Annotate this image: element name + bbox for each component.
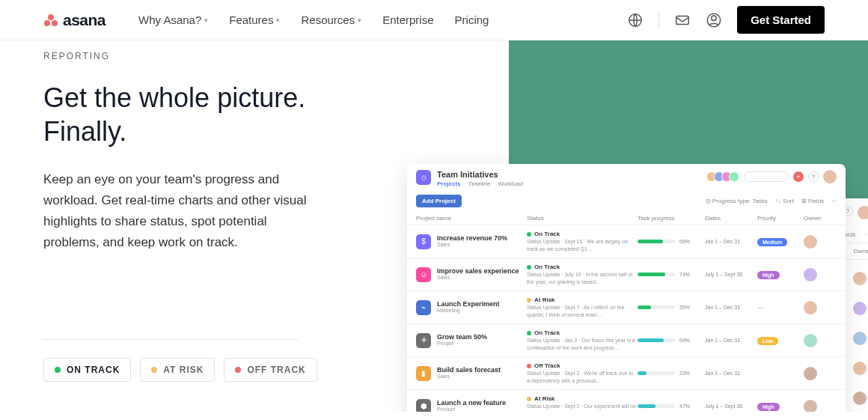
avatar xyxy=(853,362,867,375)
project-icon: ▮ xyxy=(416,366,431,381)
status-dot-icon xyxy=(527,298,531,302)
avatar[interactable] xyxy=(858,206,868,219)
headline: Get the whole picture. Finally. xyxy=(43,81,358,148)
status-label: On Track xyxy=(534,231,560,237)
status-dot-icon xyxy=(55,367,61,373)
pill-at-risk[interactable]: AT RISK xyxy=(140,358,215,382)
table-row[interactable]: ☺Improve sales experienceSalesOn TrackSt… xyxy=(407,258,846,291)
progress-bar xyxy=(638,404,675,408)
pill-off-track[interactable]: OFF TRACK xyxy=(224,358,317,382)
owner-avatar[interactable] xyxy=(804,301,817,314)
progress-bar xyxy=(638,240,675,243)
svg-point-0 xyxy=(48,14,54,20)
more-icon[interactable]: ··· xyxy=(831,198,837,204)
nav-divider xyxy=(658,12,659,28)
user-icon[interactable] xyxy=(706,12,722,28)
nav-item-why-asana-[interactable]: Why Asana?▾ xyxy=(138,13,208,26)
brand-logo[interactable]: asana xyxy=(43,11,106,29)
progress-type-toggle[interactable]: ◎ Progress type: Tasks xyxy=(706,198,768,204)
owner-avatar[interactable] xyxy=(804,235,817,249)
date-range: Jan 1 – Dec 31 xyxy=(705,371,757,376)
avatar xyxy=(853,332,867,345)
member-avatars[interactable] xyxy=(709,171,739,182)
avatar[interactable] xyxy=(823,170,837,183)
date-range: Jan 1 – Dec 31 xyxy=(705,338,757,343)
priority-badge: Medium xyxy=(757,238,804,246)
col-dates[interactable]: Dates xyxy=(705,215,757,222)
avatar xyxy=(853,272,867,285)
status-note: Status Update · July 10 · In the second … xyxy=(527,271,638,284)
project-name: Grow team 50% xyxy=(437,333,487,341)
date-range: Jan 1 – Dec 31 xyxy=(705,239,757,244)
col-priority[interactable]: Priority xyxy=(757,215,804,222)
status-note: Status Update · Sept 7 · As I reflect on… xyxy=(527,304,638,317)
owner-avatar[interactable] xyxy=(804,367,817,380)
portfolio-title: Team Initiatives xyxy=(437,170,523,179)
status-dot-icon xyxy=(527,232,531,237)
nav-item-features[interactable]: Features▾ xyxy=(229,13,280,26)
svg-point-1 xyxy=(44,20,50,26)
search-input[interactable] xyxy=(744,171,789,182)
priority-badge: High xyxy=(757,403,804,410)
nav-item-enterprise[interactable]: Enterprise xyxy=(382,13,433,26)
add-project-button[interactable]: Add Project xyxy=(416,195,462,207)
progress-percent: 74% xyxy=(679,272,690,277)
col-progress[interactable]: Task progress xyxy=(638,215,705,222)
project-icon: ☺ xyxy=(416,267,431,282)
avatar[interactable] xyxy=(729,171,739,182)
project-team: People xyxy=(437,341,487,346)
divider xyxy=(43,339,298,340)
help-icon[interactable]: ? xyxy=(808,171,819,182)
table-row[interactable]: ⬢Launch a new featureProductAt RiskStatu… xyxy=(407,390,846,412)
status-label: On Track xyxy=(534,264,560,270)
col-project-name[interactable]: Project name xyxy=(416,215,527,222)
hero-section: REPORTING Get the whole picture. Finally… xyxy=(0,40,868,412)
mail-icon[interactable] xyxy=(674,12,691,28)
get-started-button[interactable]: Get Started xyxy=(737,6,825,34)
project-icon: ⬢ xyxy=(416,399,431,413)
table-row[interactable]: ⌁Launch ExperimentMarketingAt RiskStatus… xyxy=(407,291,846,324)
project-team: Sales xyxy=(437,242,507,247)
date-range: July 1 – Sept 30 xyxy=(705,272,757,277)
project-name: Improve sales experience xyxy=(437,267,519,275)
status-note: Status Update · Jan 2 · Our focus this y… xyxy=(527,337,638,350)
col-status[interactable]: Status xyxy=(527,215,638,222)
tab-projects[interactable]: Projects xyxy=(437,180,461,187)
svg-point-5 xyxy=(712,16,716,20)
add-icon[interactable]: + xyxy=(793,171,804,182)
progress-percent: 47% xyxy=(679,404,690,409)
nav-links: Why Asana?▾Features▾Resources▾Enterprise… xyxy=(138,13,489,26)
chevron-down-icon: ▾ xyxy=(276,16,280,24)
chevron-down-icon: ▾ xyxy=(204,16,208,24)
svg-point-2 xyxy=(52,20,58,26)
owner-column: Owner xyxy=(853,248,868,255)
owner-avatar[interactable] xyxy=(804,334,817,347)
pill-on-track[interactable]: ON TRACK xyxy=(43,358,131,382)
globe-icon[interactable] xyxy=(627,12,644,28)
fields-button[interactable]: ⊞ Fields xyxy=(801,198,825,204)
tab-workload[interactable]: Workload xyxy=(498,180,524,187)
sort-button[interactable]: ↑↓ Sort xyxy=(775,198,794,204)
table-row[interactable]: $Increase revenue 70%SalesOn TrackStatus… xyxy=(407,225,846,258)
owner-avatar[interactable] xyxy=(804,400,817,413)
status-label: At Risk xyxy=(534,296,555,303)
table-row[interactable]: ▮Build sales forecastSalesOff TrackStatu… xyxy=(407,357,846,390)
nav-item-pricing[interactable]: Pricing xyxy=(455,13,489,26)
headline-line-1: Get the whole picture. xyxy=(43,82,305,113)
table-row[interactable]: ⚘Grow team 50%PeopleOn TrackStatus Updat… xyxy=(407,324,846,357)
nav-item-resources[interactable]: Resources▾ xyxy=(301,13,361,26)
status-note: Status Update · Sept 2 · We're off track… xyxy=(527,370,638,383)
project-team: Sales xyxy=(437,275,519,280)
window-header: ◇ Team Initiatives ProjectsTimelineWorkl… xyxy=(407,164,846,190)
owner-avatar[interactable] xyxy=(804,268,817,281)
progress-bar xyxy=(638,338,675,342)
priority-badge: High xyxy=(757,271,804,279)
date-range: Jan 1 – Dec 31 xyxy=(705,305,757,310)
project-icon: $ xyxy=(416,234,431,249)
col-owner[interactable]: Owner xyxy=(804,215,834,222)
project-rows: $Increase revenue 70%SalesOn TrackStatus… xyxy=(407,225,846,412)
status-dot-icon xyxy=(527,397,531,401)
date-range: July 1 – Sept 30 xyxy=(705,404,757,409)
tab-timeline[interactable]: Timeline xyxy=(468,180,491,187)
progress-bar xyxy=(638,371,675,375)
